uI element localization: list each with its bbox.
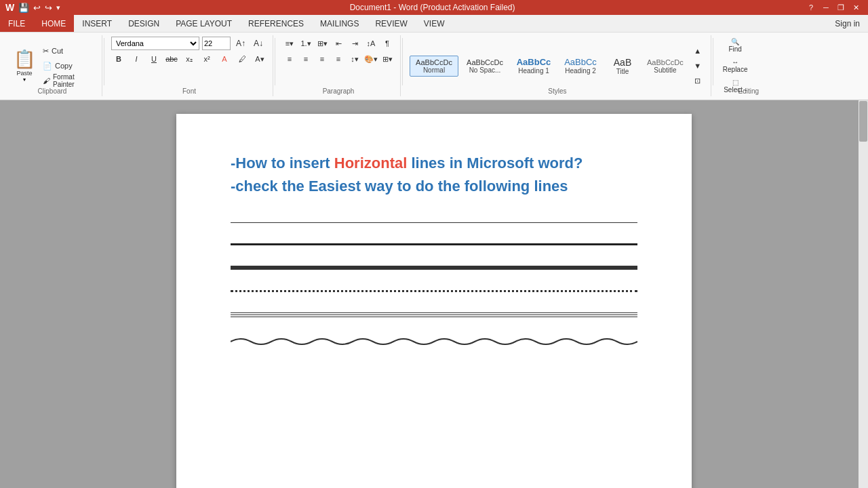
menu-review[interactable]: REVIEW <box>367 15 415 32</box>
cut-icon: ✂ <box>43 47 49 56</box>
style-nospacing[interactable]: AaBbCcDc No Spac... <box>460 56 509 77</box>
menu-home[interactable]: HOME <box>33 15 74 32</box>
menu-view[interactable]: VIEW <box>416 15 453 32</box>
replace-label: Replace <box>723 66 748 73</box>
underline-btn[interactable]: U <box>146 52 161 66</box>
heading1-part2: lines in Microsoft word? <box>407 155 583 171</box>
menu-design[interactable]: DESIGN <box>120 15 167 32</box>
styles-label: Styles <box>404 87 711 95</box>
styles-up-btn[interactable]: ▲ <box>690 44 705 58</box>
style-subtitle[interactable]: AaBbCcDc Subtitle <box>642 56 688 77</box>
app-icon: W <box>5 2 14 13</box>
style-nospacing-preview: AaBbCcDc <box>467 58 503 66</box>
doc-page[interactable]: -How to insert Horizontal lines in Micro… <box>176 114 692 488</box>
quick-save[interactable]: 💾 <box>18 3 29 13</box>
menu-pagelayout[interactable]: PAGE LAYOUT <box>167 15 240 32</box>
bullets-btn[interactable]: ≡▾ <box>282 37 297 50</box>
font-group: Verdana A↑ A↓ B I U abc x₂ x² A 🖊 A▾ Fon… <box>106 35 273 96</box>
line-section-4 <box>231 290 637 292</box>
find-button[interactable]: 🔍 Find <box>720 37 751 54</box>
clipboard-group: 📋 Paste ▾ ✂ Cut 📄 Copy 🖌 Format Painter <box>3 35 102 96</box>
style-h1[interactable]: AaBbCc Heading 1 <box>511 54 556 77</box>
scroll-thumb[interactable] <box>859 101 867 142</box>
editing-group: 🔍 Find ↔ Replace ⬚ Select - Editing <box>715 35 783 96</box>
style-title[interactable]: AaB Title <box>605 54 640 78</box>
superscript-btn[interactable]: x² <box>199 52 214 66</box>
font-row1: Verdana A↑ A↓ <box>111 37 267 50</box>
find-icon: 🔍 <box>731 38 739 45</box>
hr-double-close <box>231 266 637 270</box>
hr-triple <box>231 312 637 318</box>
style-h2-preview: AaBbCc <box>564 57 597 67</box>
hr-thin-single <box>231 222 637 223</box>
menu-references[interactable]: REFERENCES <box>240 15 312 32</box>
shrink-font-btn[interactable]: A↓ <box>251 37 266 50</box>
cut-button[interactable]: ✂ Cut <box>42 44 83 58</box>
style-h2[interactable]: AaBbCc Heading 2 <box>558 54 603 77</box>
justify-btn[interactable]: ≡ <box>331 52 346 66</box>
editing-label: Editing <box>715 87 783 95</box>
line-section-5 <box>231 312 637 318</box>
close-btn[interactable]: ✕ <box>849 2 863 13</box>
hr-wavy <box>231 338 637 345</box>
style-normal-preview: AaBbCcDc <box>416 58 452 66</box>
numbering-btn[interactable]: 1.▾ <box>298 37 313 50</box>
copy-icon: 📄 <box>43 62 52 70</box>
sort-btn[interactable]: ↕A <box>363 37 378 50</box>
paste-label: Paste <box>16 70 32 77</box>
text-color-btn[interactable]: A <box>217 52 232 66</box>
strikethrough-btn[interactable]: abc <box>164 52 179 66</box>
undo-btn[interactable]: ↩ <box>33 3 41 13</box>
borders-btn[interactable]: ⊞▾ <box>380 52 395 66</box>
line-spacing-btn[interactable]: ↕▾ <box>347 52 362 66</box>
align-left-btn[interactable]: ≡ <box>282 52 297 66</box>
minimize-btn[interactable]: ─ <box>819 2 833 13</box>
doc-heading2: -check the Easiest way to do the followi… <box>231 178 637 195</box>
help-btn[interactable]: ? <box>804 2 818 13</box>
multilevel-btn[interactable]: ⊞▾ <box>315 37 330 50</box>
paste-button[interactable]: 📋 Paste ▾ <box>8 46 41 85</box>
show-hide-btn[interactable]: ¶ <box>380 37 395 50</box>
sep2 <box>275 38 275 85</box>
style-normal[interactable]: AaBbCcDc Normal <box>410 56 458 77</box>
decrease-indent-btn[interactable]: ⇤ <box>331 37 346 50</box>
align-right-btn[interactable]: ≡ <box>315 52 330 66</box>
font-color-btn[interactable]: A▾ <box>252 52 267 66</box>
clipboard-label: Clipboard <box>3 87 102 95</box>
font-row2: B I U abc x₂ x² A 🖊 A▾ <box>111 52 267 66</box>
menu-file[interactable]: FILE <box>0 15 33 32</box>
style-title-label: Title <box>616 68 629 75</box>
restore-btn[interactable]: ❐ <box>834 2 848 13</box>
vertical-scrollbar[interactable] <box>859 100 868 488</box>
styles-down-btn[interactable]: ▼ <box>690 59 705 73</box>
copy-button[interactable]: 📄 Copy <box>42 59 83 73</box>
bold-btn[interactable]: B <box>111 52 126 66</box>
menu-insert[interactable]: INSERT <box>74 15 120 32</box>
redo-btn[interactable]: ↪ <box>45 3 52 13</box>
styles-more-btn[interactable]: ⊡ <box>690 74 705 87</box>
line-section-2 <box>231 243 637 245</box>
style-subtitle-preview: AaBbCcDc <box>647 58 684 66</box>
title-bar-left: W 💾 ↩ ↪ ▾ <box>5 2 60 13</box>
line-section-6 <box>231 338 637 345</box>
highlight-btn[interactable]: 🖊 <box>235 52 250 66</box>
subscript-btn[interactable]: x₂ <box>182 52 197 66</box>
font-name-select[interactable]: Verdana <box>111 37 199 50</box>
align-center-btn[interactable]: ≡ <box>298 52 313 66</box>
italic-btn[interactable]: I <box>129 52 144 66</box>
styles-group: AaBbCcDc Normal AaBbCcDc No Spac... AaBb… <box>404 35 711 96</box>
shading-btn[interactable]: 🎨▾ <box>363 52 378 66</box>
find-label: Find <box>728 45 741 53</box>
format-painter-button[interactable]: 🖌 Format Painter <box>42 74 96 87</box>
font-size-input[interactable] <box>202 37 231 50</box>
para-controls: ≡▾ 1.▾ ⊞▾ ⇤ ⇥ ↕A ¶ ≡ ≡ ≡ ≡ ↕▾ 🎨▾ ⊞▾ <box>282 35 395 66</box>
grow-font-btn[interactable]: A↑ <box>233 37 248 50</box>
menu-mailings[interactable]: MAILINGS <box>312 15 367 32</box>
select-icon: ⬚ <box>732 79 738 86</box>
increase-indent-btn[interactable]: ⇥ <box>347 37 362 50</box>
line-section-1 <box>231 222 637 223</box>
heading1-part1: -How to insert <box>231 155 334 171</box>
para-row1: ≡▾ 1.▾ ⊞▾ ⇤ ⇥ ↕A ¶ <box>282 37 395 50</box>
replace-button[interactable]: ↔ Replace <box>720 57 751 75</box>
sign-in[interactable]: Sign in <box>827 15 868 32</box>
